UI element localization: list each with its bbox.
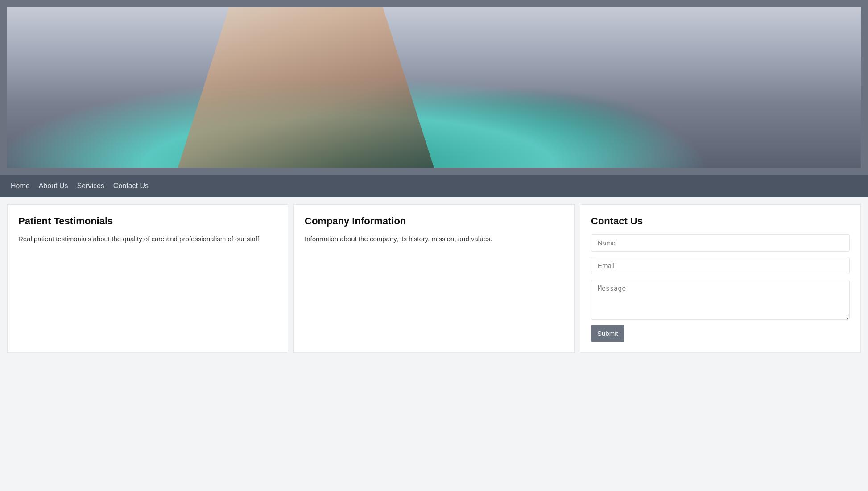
nav-home[interactable]: Home: [11, 182, 30, 190]
testimonials-body: Real patient testimonials about the qual…: [18, 234, 277, 244]
main-content: Patient Testimonials Real patient testim…: [0, 197, 868, 360]
contact-title: Contact Us: [591, 215, 850, 227]
nav-about-us[interactable]: About Us: [39, 182, 68, 190]
hero-image: [7, 7, 861, 168]
company-title: Company Information: [305, 215, 563, 227]
company-card: Company Information Information about th…: [293, 204, 575, 353]
email-input[interactable]: [591, 257, 850, 274]
nav-services[interactable]: Services: [77, 182, 104, 190]
nav: Home About Us Services Contact Us: [0, 175, 868, 197]
company-body: Information about the company, its histo…: [305, 234, 563, 244]
header: [0, 0, 868, 175]
contact-card: Contact Us Submit: [580, 204, 861, 353]
name-input[interactable]: [591, 234, 850, 252]
message-input[interactable]: [591, 280, 850, 320]
contact-form: Submit: [591, 234, 850, 342]
testimonials-title: Patient Testimonials: [18, 215, 277, 227]
nav-contact-us[interactable]: Contact Us: [113, 182, 149, 190]
submit-button[interactable]: Submit: [591, 325, 624, 342]
testimonials-card: Patient Testimonials Real patient testim…: [7, 204, 288, 353]
